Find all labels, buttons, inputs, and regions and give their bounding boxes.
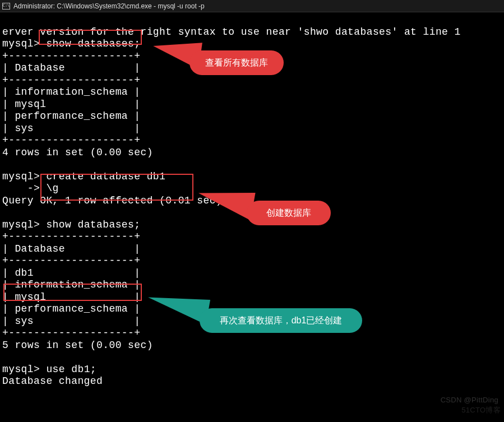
row-information-schema: | information_schema | — [2, 86, 140, 98]
callout-text: 创建数据库 — [266, 207, 311, 219]
callout-text: 查看所有数据库 — [205, 57, 268, 69]
prompt: mysql> — [2, 171, 40, 182]
cmd-create-db1: create database db1 — [40, 171, 165, 182]
callout-create-db: 创建数据库 — [247, 201, 331, 225]
prompt: mysql> — [2, 38, 40, 49]
table-header: | Database | — [2, 62, 140, 73]
row-information-schema: | information_schema | — [2, 279, 140, 290]
row-performance-schema: | performance_schema | — [2, 303, 140, 314]
database-changed: Database changed — [2, 375, 103, 387]
window-titlebar: C:\ Administrator: C:\Windows\System32\c… — [0, 0, 504, 12]
watermark-51cto: 51CTO博客 — [461, 405, 501, 415]
table-border: +--------------------+ — [2, 75, 140, 86]
cmd-g: \g — [40, 183, 59, 194]
table-border: +--------------------+ — [2, 255, 140, 266]
row-mysql: | mysql | — [2, 291, 140, 303]
row-db1: | db1 | — [2, 267, 140, 279]
table-header: | Database | — [2, 243, 140, 254]
query-ok: Query OK, 1 row affected (0.01 sec) — [2, 195, 222, 206]
rows-5: 5 rows in set (0.00 sec) — [2, 340, 153, 351]
row-mysql: | mysql | — [2, 99, 140, 110]
row-performance-schema: | performance_schema | — [2, 110, 140, 122]
window-title: Administrator: C:\Windows\System32\cmd.e… — [13, 2, 205, 10]
cmd-show-databases: show databases; — [40, 38, 140, 49]
row-sys: | sys | — [2, 123, 140, 134]
cmd-icon: C:\ — [2, 3, 10, 10]
callout-recheck: 再次查看数据库，db1已经创建 — [200, 308, 362, 333]
rows-4: 4 rows in set (0.00 sec) — [2, 147, 153, 158]
callout-show-all: 查看所有数据库 — [189, 50, 284, 75]
callout-text: 再次查看数据库，db1已经创建 — [220, 315, 343, 327]
row-sys: | sys | — [2, 316, 140, 327]
table-border: +--------------------+ — [2, 231, 140, 242]
table-border: +--------------------+ — [2, 50, 140, 62]
table-border: +--------------------+ — [2, 135, 140, 146]
cmd-show-databases-2: show databases; — [40, 219, 140, 230]
error-line: erver version for the right syntax to us… — [2, 26, 461, 38]
prompt: mysql> — [2, 219, 40, 230]
cont-prompt: -> — [2, 183, 40, 194]
watermark-csdn: CSDN @PittDing — [441, 396, 498, 404]
cmd-use-db1: use db1; — [40, 364, 96, 375]
table-border: +--------------------+ — [2, 327, 140, 338]
prompt: mysql> — [2, 364, 40, 375]
